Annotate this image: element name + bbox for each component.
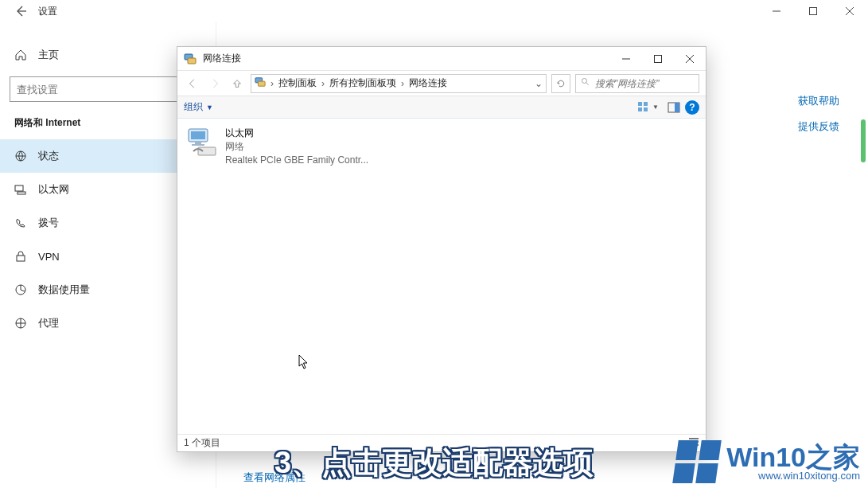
settings-title: 设置 (38, 5, 57, 18)
svg-rect-8 (18, 192, 25, 194)
address-dropdown-icon[interactable]: ⌄ (535, 78, 543, 89)
settings-titlebar: 设置 (0, 0, 868, 22)
close-button[interactable] (831, 0, 868, 22)
svg-rect-24 (638, 107, 642, 111)
sidebar-item-label: 以太网 (38, 182, 69, 197)
status-icon (14, 150, 27, 162)
help-link[interactable]: 获取帮助 (798, 94, 839, 108)
maximize-button[interactable] (795, 0, 831, 22)
svg-rect-19 (258, 81, 265, 86)
nav-forward-button[interactable] (206, 75, 224, 92)
organize-label: 组织 (184, 100, 203, 114)
preview-pane-button[interactable] (668, 101, 680, 114)
sidebar-home-label: 主页 (38, 48, 59, 62)
cp-close-button[interactable] (674, 47, 706, 71)
svg-rect-30 (195, 142, 201, 144)
datausage-icon (14, 283, 27, 296)
sidebar-item-label: 代理 (38, 316, 59, 330)
svg-rect-9 (17, 256, 25, 261)
breadcrumb[interactable]: 网络连接 (409, 76, 447, 90)
feedback-link[interactable]: 提供反馈 (798, 119, 839, 134)
watermark-title: Win10之家 (726, 443, 860, 470)
minimize-button[interactable] (758, 0, 795, 22)
ethernet-icon (14, 183, 27, 196)
adapter-network: 网络 (225, 140, 368, 154)
settings-window-controls (758, 0, 868, 22)
svg-rect-31 (192, 144, 204, 146)
proxy-icon (14, 317, 27, 330)
nav-back-button[interactable] (184, 75, 201, 92)
cp-search[interactable] (575, 74, 699, 93)
svg-rect-25 (644, 107, 648, 111)
svg-rect-33 (689, 438, 699, 439)
cp-titlebar: 网络连接 (177, 47, 706, 71)
svg-rect-32 (198, 147, 216, 155)
settings-search-input[interactable] (17, 84, 188, 96)
chevron-right-icon: › (399, 78, 406, 89)
sidebar-item-label: VPN (38, 251, 60, 263)
chevron-down-icon: ▼ (652, 103, 659, 111)
svg-rect-7 (15, 185, 23, 191)
adapter-device: Realtek PCIe GBE Family Contr... (225, 154, 368, 167)
control-panel-window: 网络连接 › 控制面板 › 所有控制面板项 › 网络连接 ⌄ 组织 (177, 46, 706, 452)
svg-rect-13 (188, 58, 196, 64)
network-adapter-item[interactable]: 以太网 网络 Realtek PCIe GBE Family Contr... (185, 127, 392, 166)
mouse-cursor (298, 354, 309, 373)
cp-toolbar: 组织 ▼ ▼ ? (177, 96, 706, 119)
chevron-down-icon: ▼ (206, 103, 213, 111)
network-adapter-text: 以太网 网络 Realtek PCIe GBE Family Contr... (225, 127, 368, 166)
home-icon (14, 49, 27, 61)
cp-search-input[interactable] (595, 78, 715, 89)
ethernet-adapter-icon (185, 127, 217, 158)
settings-titlebar-left: 设置 (0, 5, 57, 18)
status-item-count: 1 个项目 (184, 436, 220, 450)
windows-logo-icon (672, 440, 722, 483)
network-connections-icon (184, 53, 197, 65)
breadcrumb[interactable]: 控制面板 (278, 76, 317, 90)
svg-point-20 (582, 79, 587, 84)
organize-button[interactable]: 组织 ▼ (184, 100, 213, 114)
cp-title: 网络连接 (203, 52, 241, 65)
quick-links: 获取帮助 提供反馈 (798, 94, 839, 145)
refresh-button[interactable] (551, 74, 570, 93)
address-bar[interactable]: › 控制面板 › 所有控制面板项 › 网络连接 ⌄ (251, 74, 547, 93)
svg-rect-1 (810, 8, 817, 15)
sidebar-item-label: 数据使用量 (38, 283, 90, 297)
cp-maximize-button[interactable] (642, 47, 674, 71)
svg-rect-27 (675, 103, 679, 112)
chevron-right-icon: › (269, 78, 275, 89)
cp-window-controls (610, 47, 706, 71)
back-icon[interactable] (14, 5, 27, 18)
cp-address-row: › 控制面板 › 所有控制面板项 › 网络连接 ⌄ (177, 71, 706, 96)
svg-line-21 (586, 83, 589, 85)
address-icon (255, 76, 266, 90)
svg-rect-15 (655, 55, 662, 62)
svg-rect-23 (644, 102, 648, 106)
chevron-right-icon: › (320, 78, 326, 89)
cp-minimize-button[interactable] (610, 47, 642, 71)
dialup-icon (14, 217, 27, 229)
help-button[interactable]: ? (685, 100, 699, 115)
sidebar-item-label: 状态 (38, 149, 59, 163)
adapter-name: 以太网 (225, 127, 368, 140)
search-icon (581, 77, 590, 89)
caption-text: 3、点击更改适配器选项 (274, 443, 594, 483)
svg-rect-22 (638, 102, 642, 106)
toolbar-right: ▼ ? (633, 99, 699, 116)
view-mode-button[interactable]: ▼ (633, 99, 663, 116)
vpn-icon (14, 250, 27, 263)
cp-content: 以太网 网络 Realtek PCIe GBE Family Contr... (177, 119, 706, 434)
scroll-accent (861, 119, 866, 162)
sidebar-item-label: 拨号 (38, 216, 59, 230)
breadcrumb[interactable]: 所有控制面板项 (329, 76, 396, 90)
cp-titlebar-left: 网络连接 (177, 52, 241, 65)
nav-up-button[interactable] (228, 75, 246, 92)
svg-rect-29 (191, 131, 205, 139)
watermark: Win10之家 www.win10xitong.com (675, 440, 860, 483)
